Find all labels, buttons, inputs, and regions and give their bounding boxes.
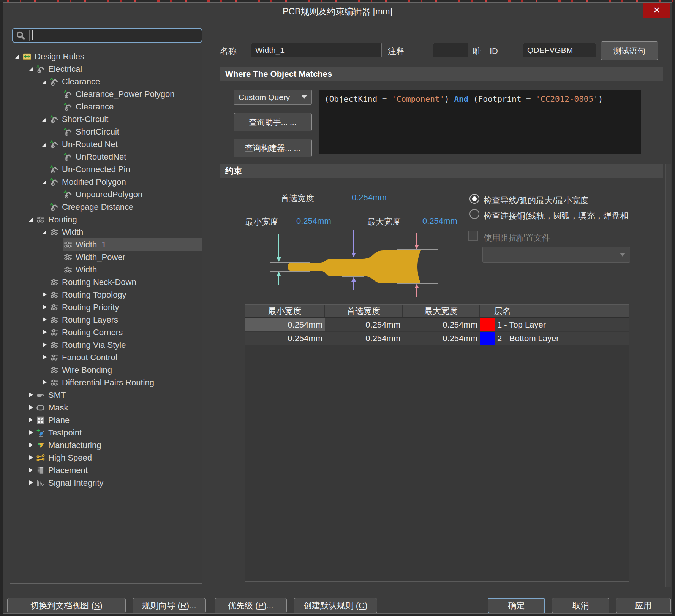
query-builder-button[interactable]: 查询构建器... ... xyxy=(234,139,312,157)
tree-item-fanout-control[interactable]: Fanout Control xyxy=(10,351,202,364)
tree-item-routing[interactable]: Routing xyxy=(10,213,202,226)
tree-item-placement[interactable]: Placement xyxy=(10,464,202,477)
tree-item-shortcircuit[interactable]: ShortCircuit xyxy=(10,125,202,138)
tree-expander-expanded-icon[interactable] xyxy=(27,215,35,224)
tree-item-high-speed[interactable]: High Speed xyxy=(10,451,202,464)
tree-item-design-rules[interactable]: Design Rules xyxy=(10,50,202,63)
tree-item-short-circuit[interactable]: Short-Circuit xyxy=(10,113,202,125)
tree-item-clearance[interactable]: Clearance xyxy=(10,75,202,88)
tree-item-signal-integrity[interactable]: Signal Integrity xyxy=(10,477,202,489)
tree-expander-collapsed-icon[interactable] xyxy=(27,416,35,424)
tree-expander-collapsed-icon[interactable] xyxy=(27,479,35,487)
ok-button[interactable]: 确定 xyxy=(488,598,545,613)
tree-expander-collapsed-icon[interactable] xyxy=(41,341,49,349)
table-cell[interactable]: 0.254mm xyxy=(325,332,403,345)
create-default-rules-button[interactable]: 创建默认规则 (C) xyxy=(294,598,377,613)
layer-width-table[interactable]: 最小宽度 首选宽度 最大宽度 层名 0.254mm0.254mm0.254mm1… xyxy=(245,304,629,582)
custom-query-editor[interactable]: (ObjectKind = 'Component') And (Footprin… xyxy=(319,90,642,154)
tree-expander-collapsed-icon[interactable] xyxy=(27,441,35,450)
expander-spacer xyxy=(54,103,63,111)
unique-id-input[interactable] xyxy=(523,43,596,57)
tree-expander-expanded-icon[interactable] xyxy=(41,78,49,86)
tree-item-routing-corners[interactable]: Routing Corners xyxy=(10,326,202,339)
priorities-button[interactable]: 优先级 (P)... xyxy=(215,598,287,613)
layer-name[interactable]: 1 - Top Layer xyxy=(495,318,629,331)
tree-item-modified-polygon[interactable]: Modified Polygon xyxy=(10,176,202,188)
plane-icon xyxy=(36,416,45,425)
tree-expander-collapsed-icon[interactable] xyxy=(41,303,49,312)
rule-search-box[interactable] xyxy=(12,28,202,43)
tree-item-routing-layers[interactable]: Routing Layers xyxy=(10,314,202,326)
search-input[interactable] xyxy=(33,31,199,40)
tree-expander-collapsed-icon[interactable] xyxy=(27,466,35,475)
tree-item-differential-pairs-routing[interactable]: Differential Pairs Routing xyxy=(10,376,202,389)
check-track-arc-radio[interactable] xyxy=(469,194,479,204)
tree-expander-collapsed-icon[interactable] xyxy=(41,316,49,324)
table-cell[interactable]: 0.254mm xyxy=(403,318,480,331)
column-header-max[interactable]: 最大宽度 xyxy=(403,305,480,317)
column-header-layer[interactable]: 层名 xyxy=(480,305,629,317)
layer-color-swatch[interactable] xyxy=(480,318,495,331)
apply-button[interactable]: 应用 xyxy=(616,598,671,613)
tree-item-smt[interactable]: SMT xyxy=(10,389,202,401)
tree-expander-expanded-icon[interactable] xyxy=(27,65,35,73)
tree-item-un-connected-pin[interactable]: Un-Connected Pin xyxy=(10,163,202,176)
tree-item-width-1[interactable]: Width_1 xyxy=(10,238,202,251)
tree-item-plane[interactable]: Plane xyxy=(10,414,202,426)
tree-item-width-power[interactable]: Width_Power xyxy=(10,251,202,263)
tree-expander-collapsed-icon[interactable] xyxy=(41,328,49,337)
tree-expander-collapsed-icon[interactable] xyxy=(41,353,49,362)
comment-input[interactable] xyxy=(433,43,468,57)
tree-item-routing-neck-down[interactable]: Routing Neck-Down xyxy=(10,276,202,288)
tree-item-wire-bonding[interactable]: Wire Bonding xyxy=(10,364,202,376)
tree-expander-collapsed-icon[interactable] xyxy=(27,454,35,462)
tree-expander-collapsed-icon[interactable] xyxy=(27,391,35,399)
rule-wizard-button[interactable]: 规则向导 (R)... xyxy=(133,598,206,613)
tree-item-testpoint[interactable]: Testpoint xyxy=(10,426,202,439)
tree-item-manufacturing[interactable]: Manufacturing xyxy=(10,439,202,451)
test-queries-button[interactable]: 测试语句 xyxy=(601,41,658,60)
table-row[interactable]: 0.254mm0.254mm0.254mm2 - Bottom Layer xyxy=(245,332,629,345)
tree-expander-expanded-icon[interactable] xyxy=(41,228,49,236)
table-cell[interactable]: 0.254mm xyxy=(245,318,325,331)
tree-expander-collapsed-icon[interactable] xyxy=(41,291,49,299)
table-cell[interactable]: 0.254mm xyxy=(245,332,325,345)
tree-item-routing-via-style[interactable]: Routing Via Style xyxy=(10,339,202,351)
switch-to-document-view-button[interactable]: 切换到文档视图 (S) xyxy=(7,598,126,613)
tree-item-electrical[interactable]: Electrical xyxy=(10,63,202,75)
vertical-scrollbar[interactable] xyxy=(665,164,671,587)
close-button[interactable]: ✕ xyxy=(643,3,670,18)
tree-expander-expanded-icon[interactable] xyxy=(13,52,22,61)
tree-item-mask[interactable]: Mask xyxy=(10,401,202,414)
tree-item-un-routed-net[interactable]: Un-Routed Net xyxy=(10,138,202,150)
rules-tree[interactable]: Design RulesElectricalClearanceClearance… xyxy=(10,44,202,584)
tree-expander-expanded-icon[interactable] xyxy=(41,178,49,186)
query-helper-button[interactable]: 查询助手... ... xyxy=(234,113,312,131)
column-header-min[interactable]: 最小宽度 xyxy=(245,305,325,317)
tree-expander-collapsed-icon[interactable] xyxy=(27,429,35,437)
tree-expander-collapsed-icon[interactable] xyxy=(27,404,35,412)
cancel-button[interactable]: 取消 xyxy=(552,598,609,613)
table-cell[interactable]: 0.254mm xyxy=(403,332,480,345)
tree-item-routing-priority[interactable]: Routing Priority xyxy=(10,301,202,314)
layer-color-swatch[interactable] xyxy=(480,332,495,345)
table-row[interactable]: 0.254mm0.254mm0.254mm1 - Top Layer xyxy=(245,318,629,331)
tree-item-unroutednet[interactable]: UnRoutedNet xyxy=(10,150,202,163)
table-cell[interactable]: 0.254mm xyxy=(325,318,403,331)
tree-item-clearance[interactable]: Clearance xyxy=(10,100,202,113)
tree-expander-expanded-icon[interactable] xyxy=(41,140,49,149)
tree-item-clearance-power-polygon[interactable]: Clearance_Power Polygon xyxy=(10,88,202,100)
tree-expander-collapsed-icon[interactable] xyxy=(41,378,49,387)
scope-selector-dropdown[interactable]: Custom Query xyxy=(234,90,312,105)
layer-name[interactable]: 2 - Bottom Layer xyxy=(495,332,629,345)
tree-item-creepage-distance[interactable]: Creepage Distance xyxy=(10,201,202,213)
tree-expander-expanded-icon[interactable] xyxy=(41,115,49,124)
column-header-preferred[interactable]: 首选宽度 xyxy=(325,305,403,317)
tree-item-unpouredpolygon[interactable]: UnpouredPolygon xyxy=(10,188,202,201)
rule-name-input[interactable] xyxy=(251,43,382,57)
tree-item-width[interactable]: Width xyxy=(10,263,202,276)
tree-item-routing-topology[interactable]: Routing Topology xyxy=(10,288,202,301)
check-connected-copper-radio[interactable] xyxy=(469,209,479,219)
impedance-profile-checkbox[interactable] xyxy=(468,231,478,241)
tree-item-width[interactable]: Width xyxy=(10,226,202,238)
